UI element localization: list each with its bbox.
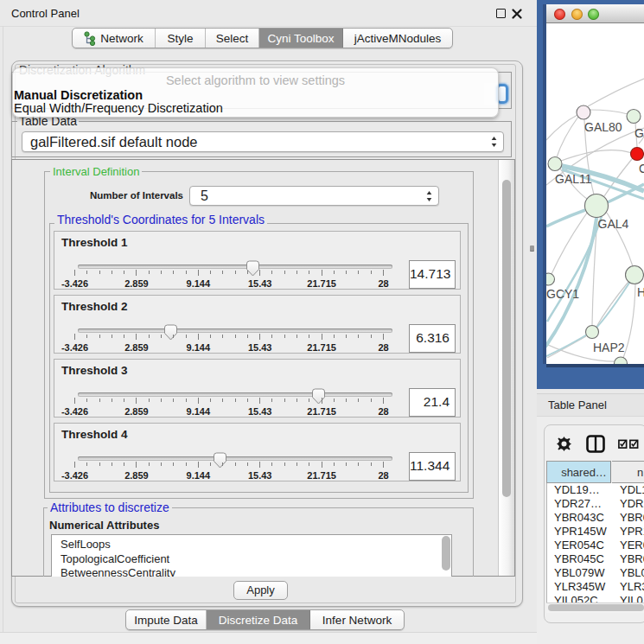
svg-text:GAL80: GAL80: [584, 120, 622, 134]
svg-text:GCY1: GCY1: [546, 287, 579, 301]
svg-text:HAP2: HAP2: [593, 341, 625, 354]
svg-text:HA: HA: [637, 285, 644, 299]
svg-text:GAL4: GAL4: [598, 217, 629, 231]
svg-text:GAL11: GAL11: [555, 172, 592, 186]
svg-text:GA: GA: [634, 126, 644, 140]
svg-text:C: C: [639, 162, 644, 175]
